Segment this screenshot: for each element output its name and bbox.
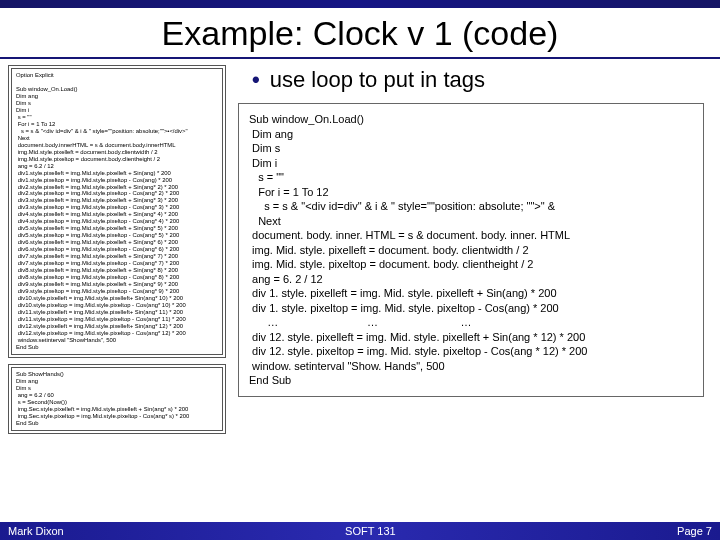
footer-center: SOFT 131 — [345, 525, 396, 537]
title-underline — [0, 57, 720, 59]
code-box-hands-outer: Sub ShowHands() Dim ang Dim s ang = 6.2 … — [8, 364, 226, 434]
bullet-icon: • — [252, 67, 260, 92]
code-box-main-outer: Option Explicit Sub window_On.Load() Dim… — [8, 65, 226, 358]
footer-bar: Mark Dixon SOFT 131 Page 7 — [0, 522, 720, 540]
slide-title: Example: Clock v 1 (code) — [0, 14, 720, 53]
code-box-main: Option Explicit Sub window_On.Load() Dim… — [11, 68, 223, 355]
code-excerpt-box: Sub window_On.Load() Dim ang Dim s Dim i… — [238, 103, 704, 397]
footer-left: Mark Dixon — [8, 525, 64, 537]
code-box-hands: Sub ShowHands() Dim ang Dim s ang = 6.2 … — [11, 367, 223, 431]
footer-right: Page 7 — [677, 525, 712, 537]
bullet-text: use loop to put in tags — [270, 67, 485, 92]
bullet-line: •use loop to put in tags — [252, 67, 712, 93]
top-accent-bar — [0, 0, 720, 8]
